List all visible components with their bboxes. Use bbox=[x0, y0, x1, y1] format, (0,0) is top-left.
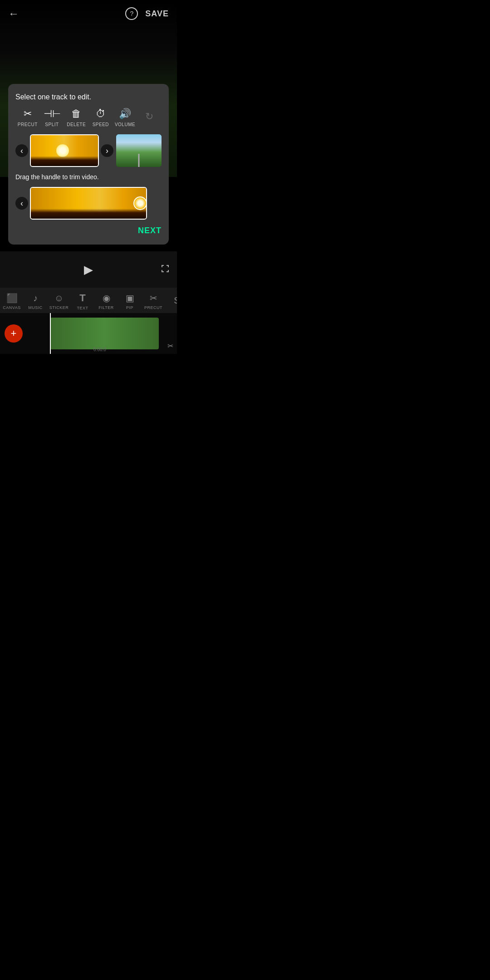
svg-rect-3 bbox=[168, 265, 169, 267]
video-strip-row-1: ‹ › bbox=[15, 134, 162, 167]
fullscreen-button[interactable] bbox=[161, 264, 170, 275]
svg-rect-7 bbox=[168, 270, 169, 272]
rotate-icon: ↻ bbox=[145, 110, 153, 123]
split-icon: ⊣⊢ bbox=[44, 108, 61, 120]
trim-clip-thumbnail bbox=[31, 188, 146, 219]
timeline-scrubber[interactable]: 0:00.0 bbox=[23, 313, 177, 354]
top-bar: ← ? SAVE bbox=[0, 0, 177, 27]
clip-1-thumbnail bbox=[31, 135, 98, 166]
trim-prev-button[interactable]: ‹ bbox=[15, 197, 28, 210]
timeline-clip bbox=[50, 318, 159, 349]
s-icon: S bbox=[174, 295, 177, 306]
header-right: ? SAVE bbox=[125, 7, 169, 20]
canvas-icon: ⬛ bbox=[6, 293, 18, 304]
canvas-label: CANVAS bbox=[3, 305, 20, 310]
trim-horizon-graphic bbox=[31, 209, 146, 219]
tool-volume[interactable]: 🔊 VOLUME bbox=[113, 108, 137, 127]
help-button[interactable]: ? bbox=[125, 7, 138, 20]
trim-clip[interactable] bbox=[30, 187, 147, 220]
tool-precut-label: PRECUT bbox=[18, 122, 38, 127]
volume-icon: 🔊 bbox=[119, 108, 131, 120]
precut-label: PRECUT bbox=[144, 305, 162, 310]
bottom-filter[interactable]: ◉ FILTER bbox=[94, 292, 118, 311]
video-clip-1[interactable] bbox=[30, 134, 99, 167]
add-clip-button[interactable]: + bbox=[5, 324, 23, 343]
precut-icon: ✂ bbox=[150, 293, 157, 304]
video-strip-row-2: ‹ bbox=[15, 187, 162, 220]
tool-delete-label: DELETE bbox=[67, 122, 86, 127]
timeline-row: + 0:00.0 ✂ bbox=[0, 313, 177, 354]
video-clip-2[interactable] bbox=[116, 134, 162, 167]
lower-section: ▶ ⬛ CANVAS ♪ MUSIC ☺ STICKER bbox=[0, 251, 177, 354]
svg-rect-1 bbox=[162, 265, 162, 267]
scissors-icon: ✂ bbox=[24, 108, 32, 120]
save-button[interactable]: SAVE bbox=[145, 9, 169, 19]
bottom-s[interactable]: S bbox=[165, 294, 177, 309]
tool-split-label: SPLIT bbox=[45, 122, 59, 127]
horizon-graphic bbox=[31, 156, 98, 166]
trash-icon: 🗑 bbox=[71, 108, 81, 120]
pip-icon: ▣ bbox=[126, 293, 134, 304]
music-label: MUSIC bbox=[28, 305, 43, 310]
tool-delete[interactable]: 🗑 DELETE bbox=[64, 108, 88, 127]
trim-hint: Drag the handle to trim video. bbox=[15, 173, 162, 181]
trim-handle[interactable] bbox=[133, 196, 147, 210]
tool-rotate[interactable]: ↻ bbox=[137, 110, 162, 125]
bottom-text[interactable]: T TEXT bbox=[71, 291, 94, 311]
sticker-label: STICKER bbox=[49, 305, 69, 310]
tool-volume-label: VOLUME bbox=[115, 122, 135, 127]
filter-label: FILTER bbox=[98, 305, 113, 310]
tool-speed[interactable]: ⏱ SPEED bbox=[88, 108, 113, 127]
tool-speed-label: SPEED bbox=[93, 122, 109, 127]
playhead bbox=[50, 313, 51, 354]
bottom-precut[interactable]: ✂ PRECUT bbox=[142, 292, 165, 311]
sticker-icon: ☺ bbox=[54, 293, 64, 304]
pip-label: PIP bbox=[126, 305, 133, 310]
timeline-time: 0:00.0 bbox=[93, 347, 106, 352]
next-button-container: NEXT bbox=[15, 226, 162, 235]
text-label: TEXT bbox=[77, 306, 88, 310]
bottom-toolbar: ⬛ CANVAS ♪ MUSIC ☺ STICKER T TEXT ◉ FILT… bbox=[0, 288, 177, 313]
filter-icon: ◉ bbox=[103, 293, 110, 304]
bottom-pip[interactable]: ▣ PIP bbox=[118, 292, 142, 311]
bottom-music[interactable]: ♪ MUSIC bbox=[24, 292, 47, 311]
sun-graphic bbox=[56, 144, 69, 157]
tool-split[interactable]: ⊣⊢ SPLIT bbox=[40, 108, 64, 127]
speed-icon: ⏱ bbox=[96, 108, 106, 120]
modal-panel: Select one track to edit. ✂ PRECUT ⊣⊢ SP… bbox=[8, 84, 169, 245]
bottom-canvas[interactable]: ⬛ CANVAS bbox=[0, 292, 24, 311]
back-button[interactable]: ← bbox=[8, 7, 19, 20]
modal-title: Select one track to edit. bbox=[15, 93, 162, 101]
bottom-sticker[interactable]: ☺ STICKER bbox=[47, 292, 71, 311]
trim-corner-icon[interactable]: ✂ bbox=[167, 342, 173, 350]
tool-precut[interactable]: ✂ PRECUT bbox=[15, 108, 40, 127]
next-clip-button[interactable]: › bbox=[101, 144, 113, 157]
modal-toolbar: ✂ PRECUT ⊣⊢ SPLIT 🗑 DELETE ⏱ SPEED 🔊 VOL… bbox=[15, 108, 162, 127]
next-button[interactable]: NEXT bbox=[138, 226, 162, 235]
text-icon: T bbox=[79, 292, 85, 304]
svg-rect-5 bbox=[162, 270, 162, 272]
play-button[interactable]: ▶ bbox=[84, 263, 93, 277]
music-icon: ♪ bbox=[33, 293, 38, 304]
prev-clip-button[interactable]: ‹ bbox=[15, 144, 28, 157]
playback-bar: ▶ bbox=[0, 251, 177, 288]
